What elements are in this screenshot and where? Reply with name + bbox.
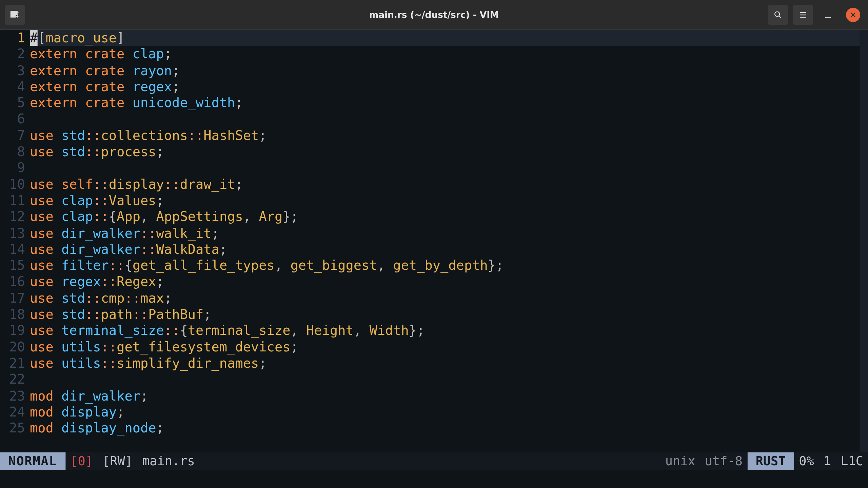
code-line: extern crate rayon;: [30, 62, 860, 79]
code-line: use clap::{App, AppSettings, Arg};: [30, 209, 860, 225]
filename: main.rs: [137, 454, 200, 468]
menu-button[interactable]: [793, 4, 813, 25]
line-number: 16: [0, 274, 25, 290]
cursor: #: [30, 30, 38, 46]
window-title: main.rs (~/dust/src) - VIM: [0, 9, 868, 20]
code-line: use std::path::PathBuf;: [30, 306, 860, 323]
code-line: use utils::get_filesystem_devices;: [30, 339, 860, 355]
line-number: 22: [0, 371, 25, 388]
line-number: 15: [0, 258, 25, 274]
line-number: 19: [0, 323, 25, 339]
line-indicator: 1: [819, 454, 836, 468]
hamburger-icon: [798, 10, 808, 19]
filetype: RUST: [747, 452, 794, 470]
line-number: 21: [0, 355, 25, 371]
code-line: mod dir_walker;: [30, 388, 860, 404]
new-tab-button[interactable]: [5, 4, 25, 25]
code-line: extern crate unicode_width;: [30, 95, 860, 111]
line-number: 14: [0, 241, 25, 258]
line-number: 6: [0, 111, 25, 127]
line-number: 11: [0, 192, 25, 209]
code-line: use regex::Regex;: [30, 274, 860, 290]
line-number: 18: [0, 306, 25, 323]
terminal-plus-icon: [9, 9, 20, 20]
code-line: use self::display::draw_it;: [30, 176, 860, 192]
code-line: [30, 111, 860, 127]
code-content[interactable]: #[macro_use]extern crate clap;extern cra…: [30, 30, 860, 452]
code-line: use std::process;: [30, 144, 860, 160]
line-number: 24: [0, 404, 25, 420]
scroll-percent: 0%: [794, 454, 819, 468]
minimize-button[interactable]: [818, 4, 838, 25]
line-number: 17: [0, 290, 25, 306]
line-number: 5: [0, 95, 25, 111]
titlebar: main.rs (~/dust/src) - VIM: [0, 0, 868, 30]
code-line: extern crate regex;: [30, 79, 860, 95]
line-number: 3: [0, 62, 25, 79]
code-line: use std::collections::HashSet;: [30, 127, 860, 144]
search-button[interactable]: [768, 4, 788, 25]
code-line: use utils::simplify_dir_names;: [30, 355, 860, 371]
line-number: 12: [0, 209, 25, 225]
scrollbar[interactable]: [860, 30, 868, 452]
code-line: use filter::{get_all_file_types, get_big…: [30, 258, 860, 274]
line-number: 10: [0, 176, 25, 192]
line-number: 25: [0, 420, 25, 436]
code-line: [30, 160, 860, 176]
vim-window: main.rs (~/dust/src) - VIM 1234567891011…: [0, 0, 868, 488]
command-line[interactable]: [0, 470, 868, 488]
line-number: 8: [0, 144, 25, 160]
line-number: 4: [0, 79, 25, 95]
line-number: 13: [0, 225, 25, 241]
minimize-icon: [823, 10, 833, 19]
code-line: [30, 371, 860, 388]
encoding: utf-8: [700, 454, 747, 468]
line-number: 7: [0, 127, 25, 144]
svg-point-2: [775, 12, 780, 16]
code-line: mod display_node;: [30, 420, 860, 436]
code-line: use dir_walker::walk_it;: [30, 225, 860, 241]
line-number: 2: [0, 46, 25, 62]
search-icon: [773, 10, 783, 19]
fileformat: unix: [660, 454, 700, 468]
code-line: mod display;: [30, 404, 860, 420]
close-button[interactable]: [843, 4, 863, 25]
line-number: 20: [0, 339, 25, 355]
code-line: use clap::Values;: [30, 192, 860, 209]
status-line: NORMAL [0] [RW] main.rs unix utf-8 RUST …: [0, 452, 868, 470]
code-line: use std::cmp::max;: [30, 290, 860, 306]
editor-area[interactable]: 1234567891011121314151617181920212223242…: [0, 30, 868, 452]
line-number-gutter: 1234567891011121314151617181920212223242…: [0, 30, 30, 452]
close-icon: [849, 11, 856, 18]
code-line: use terminal_size::{terminal_size, Heigh…: [30, 323, 860, 339]
readwrite-indicator: [RW]: [98, 454, 137, 468]
code-line: #[macro_use]: [30, 30, 860, 46]
line-number: 23: [0, 388, 25, 404]
col-indicator: L1C: [836, 454, 868, 468]
code-line: use dir_walker::WalkData;: [30, 241, 860, 258]
mode-indicator: NORMAL: [0, 452, 65, 470]
line-number: 9: [0, 160, 25, 176]
code-line: extern crate clap;: [30, 46, 860, 62]
buffer-number: [0]: [65, 454, 98, 468]
line-number: 1: [0, 30, 25, 46]
